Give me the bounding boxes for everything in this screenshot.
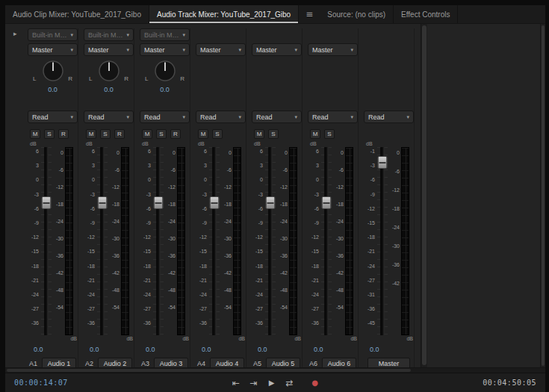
volume-value[interactable]: 0.0 [202,346,246,355]
track-name-button[interactable]: Audio 3 [154,358,188,367]
fader-track[interactable] [377,147,388,335]
tab-source-monitor[interactable]: Source: (no clips) [320,5,394,23]
volume-value[interactable]: 0.0 [314,346,358,355]
fader-track[interactable] [41,147,52,335]
fader-track[interactable] [153,147,164,335]
tab-effect-controls[interactable]: Effect Controls [394,5,458,23]
fader-track[interactable] [265,147,276,335]
track-name-button[interactable]: Audio 5 [266,358,300,367]
panel-scrollbar-thumb[interactable] [542,25,545,366]
tab-audio-clip-mixer[interactable]: Audio Clip Mixer: YouTube_2017_Gibo [5,5,149,23]
input-select[interactable]: Built-in M…▾ [84,28,134,41]
output-select[interactable]: Master▾ [308,43,358,56]
strips-scrollbar-thumb[interactable] [422,25,427,365]
solo-button[interactable]: S [100,129,111,139]
go-to-out-button[interactable]: ⇥ [249,378,259,388]
fader-track[interactable] [321,147,332,335]
fader-handle[interactable] [154,196,164,209]
automation-mode-select[interactable]: Read▾ [196,111,246,123]
fader-track[interactable] [209,147,220,335]
fader-scale-label: 6 [260,149,263,154]
fader-track[interactable] [97,147,108,335]
mute-button[interactable]: M [310,129,320,139]
horizontal-scrollbar[interactable] [5,367,545,373]
pan-value[interactable]: 0.0 [140,86,190,93]
pan-knob[interactable] [41,60,65,82]
pan-value[interactable]: 0.0 [28,86,78,93]
master-name-button[interactable]: Master [367,358,410,367]
output-select[interactable]: Master▾ [140,43,190,56]
meter-scale-label: -12 [336,184,344,190]
automation-mode-select[interactable]: Read▾ [84,111,134,123]
play-button[interactable]: ▶ [267,379,277,387]
fader-handle[interactable] [42,196,52,209]
pan-knob[interactable] [153,60,177,82]
output-select[interactable]: Master▾ [28,43,78,56]
mute-button[interactable]: M [86,129,96,139]
output-select-label: Master [312,46,349,54]
automation-mode-select[interactable]: Read▾ [28,111,78,123]
track-name-button[interactable]: Audio 1 [42,358,76,367]
meter-scale-label: -48 [112,287,120,293]
solo-button[interactable]: S [324,129,335,139]
panel-menu-icon[interactable]: ≡ [299,5,320,23]
meter-scale-label: -54 [280,305,288,310]
record-arm-button[interactable]: R [58,129,69,139]
meter-scale-label: -24 [392,225,400,230]
go-to-in-button[interactable]: ⇤ [231,378,241,388]
track-buttons-row [364,129,414,139]
volume-value[interactable]: 0.0 [146,346,190,355]
automation-mode-select[interactable]: Read▾ [308,111,358,123]
solo-button[interactable]: S [44,129,55,139]
fader-scale-label: 6 [92,149,95,154]
track-name-button[interactable]: Audio 4 [210,358,244,367]
fader-handle[interactable] [322,196,332,209]
fader-handle[interactable] [98,196,108,209]
input-select[interactable]: Built-in M…▾ [140,28,190,41]
pan-knob[interactable] [97,60,121,82]
solo-button[interactable]: S [212,129,223,139]
panel-scrollbar[interactable] [540,24,545,367]
fader-scale-label: -27 [143,306,151,311]
solo-button[interactable]: S [156,129,167,139]
output-select-label: Master [32,46,69,54]
volume-value[interactable]: 0.0 [34,346,78,355]
fader-handle[interactable] [378,156,388,169]
output-select[interactable]: Master▾ [196,43,246,56]
track-name-button[interactable]: Audio 6 [322,358,356,367]
mute-button[interactable]: M [254,129,264,139]
automation-mode-select[interactable]: Read▾ [364,111,414,123]
fader-scale-label: -36 [311,320,319,326]
record-arm-button[interactable]: R [170,129,181,139]
solo-button[interactable]: S [268,129,279,139]
volume-value[interactable]: 0.0 [258,346,302,355]
automation-mode-select[interactable]: Read▾ [252,111,302,123]
pan-value[interactable]: 0.0 [84,86,134,93]
output-select[interactable]: Master▾ [252,43,302,56]
fader-handle[interactable] [266,196,276,209]
fader-scale-label: 0 [316,177,319,182]
tab-audio-track-mixer[interactable]: Audio Track Mixer: YouTube_2017_Gibo [149,5,299,23]
mute-button[interactable]: M [198,129,208,139]
input-select[interactable]: Built-in M…▾ [28,28,78,41]
output-select[interactable]: Master▾ [84,43,134,56]
automation-row: Read▾ [84,111,134,123]
automation-mode-select[interactable]: Read▾ [140,111,190,123]
mute-button[interactable]: M [142,129,152,139]
pan-area [196,58,246,105]
output-select-label: Master [144,46,181,54]
mute-button[interactable]: M [30,129,40,139]
record-button[interactable]: ● [310,379,320,387]
automation-row: Read▾ [308,111,358,123]
level-meter [233,147,241,335]
record-arm-button[interactable]: R [114,129,125,139]
track-name-button[interactable]: Audio 2 [98,358,132,367]
volume-value[interactable]: 0.0 [370,346,414,355]
meter-scale: 0-6-12-18-24-30-36-42-48-54 [220,143,233,341]
horizontal-scrollbar-thumb[interactable] [7,369,411,372]
fader-handle[interactable] [210,196,220,209]
loop-button[interactable]: ⇄ [285,378,295,388]
effects-sends-expander[interactable]: ▸ [13,30,17,37]
strips-scrollbar[interactable] [421,24,427,367]
volume-value[interactable]: 0.0 [90,346,134,355]
